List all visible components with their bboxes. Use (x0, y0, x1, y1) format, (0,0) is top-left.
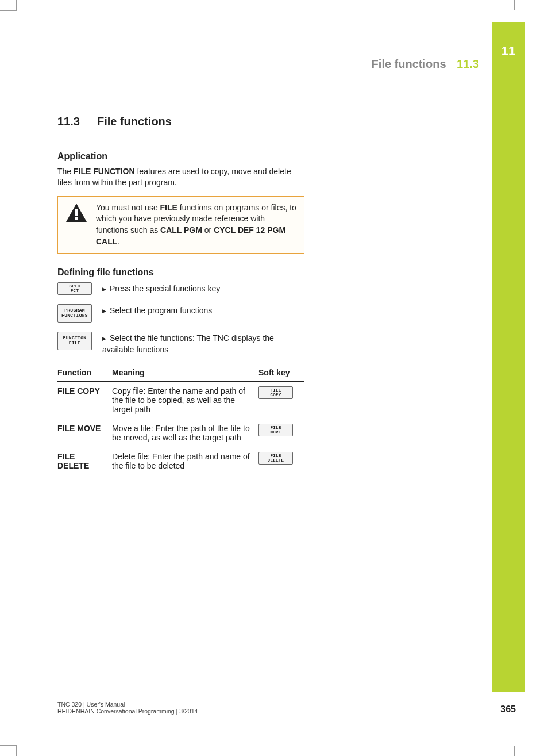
running-header: File functions 11.3 (372, 57, 479, 71)
text: or (202, 225, 214, 235)
warning-text: You must not use FILE functions on progr… (96, 202, 297, 247)
text: The (57, 167, 74, 176)
text: . (117, 237, 119, 246)
section-heading: 11.3 File functions (57, 115, 304, 128)
text-bold: CALL PGM (160, 225, 202, 235)
softkey-label: MOVE (259, 430, 292, 435)
footer-line2: HEIDENHAIN Conversational Programming | … (57, 708, 198, 715)
text: Select the file functions: The TNC displ… (102, 333, 274, 354)
svg-rect-2 (75, 217, 78, 220)
chapter-number: 11 (492, 22, 525, 59)
softkey-file-delete[interactable]: FILEDELETE (258, 452, 293, 465)
text: You must not use (96, 203, 160, 212)
running-header-number: 11.3 (457, 57, 479, 70)
cell-meaning: Copy file: Enter the name and path of th… (112, 381, 258, 419)
softkey-label: FUNCTIONS (58, 313, 91, 318)
softkey-function-file[interactable]: FUNCTION FILE (57, 332, 92, 350)
softkey-file-move[interactable]: FILEMOVE (258, 424, 293, 436)
softkey-label: FILE (259, 425, 292, 430)
warning-icon (65, 202, 88, 247)
col-meaning: Meaning (112, 364, 258, 381)
table-row: FILE DELETE Delete file: Enter the path … (57, 447, 304, 475)
section-title: File functions (97, 115, 172, 128)
table-row: FILE MOVE Move a file: Enter the path of… (57, 419, 304, 447)
bullet-icon (102, 305, 106, 317)
softkey-label: FILE (58, 341, 91, 346)
table-row: FILE COPY Copy file: Enter the name and … (57, 381, 304, 419)
running-header-title: File functions (372, 57, 446, 70)
softkey-spec-fct[interactable]: SPEC FCT (57, 282, 92, 295)
softkey-label: FILE (259, 388, 292, 393)
step-row: FUNCTION FILE Select the file functions:… (57, 332, 304, 355)
footer-line1: TNC 320 | User's Manual (57, 701, 198, 708)
softkey-label: FILE (259, 454, 292, 458)
footer: TNC 320 | User's Manual HEIDENHAIN Conve… (57, 701, 198, 715)
col-softkey: Soft key (258, 364, 304, 381)
bullet-icon (102, 283, 106, 295)
step-row: SPEC FCT Press the special functions key (57, 282, 304, 295)
softkey-label: COPY (259, 393, 292, 397)
section-number: 11.3 (57, 115, 80, 128)
subheading-application: Application (57, 151, 304, 162)
cell-function: FILE COPY (57, 381, 112, 419)
page-number: 365 (500, 704, 516, 715)
softkey-file-copy[interactable]: FILECOPY (258, 386, 293, 399)
chapter-tab: 11 (492, 22, 525, 692)
bullet-icon (102, 333, 106, 344)
text: Select the program functions (110, 306, 212, 315)
warning-box: You must not use FILE functions on progr… (57, 196, 304, 254)
cell-meaning: Move a file: Enter the path of the file … (112, 419, 258, 447)
step-text: Select the program functions (102, 304, 304, 317)
text: Press the special functions key (110, 284, 220, 293)
text-bold: FILE (160, 203, 177, 212)
cell-function: FILE DELETE (57, 447, 112, 475)
cell-meaning: Delete file: Enter the path and name of … (112, 447, 258, 475)
cell-function: FILE MOVE (57, 419, 112, 447)
functions-table: Function Meaning Soft key FILE COPY Copy… (57, 364, 304, 475)
subheading-defining: Defining file functions (57, 267, 304, 278)
step-row: PROGRAM FUNCTIONS Select the program fun… (57, 304, 304, 323)
text-bold: FILE FUNCTION (74, 167, 135, 176)
step-text: Press the special functions key (102, 282, 304, 295)
softkey-label: SPEC (58, 284, 91, 289)
application-paragraph: The FILE FUNCTION features are used to c… (57, 166, 304, 188)
svg-rect-1 (75, 209, 78, 216)
col-function: Function (57, 364, 112, 381)
softkey-label: DELETE (259, 458, 292, 463)
softkey-label: FCT (58, 289, 91, 293)
step-text: Select the file functions: The TNC displ… (102, 332, 304, 355)
softkey-program-functions[interactable]: PROGRAM FUNCTIONS (57, 304, 92, 323)
